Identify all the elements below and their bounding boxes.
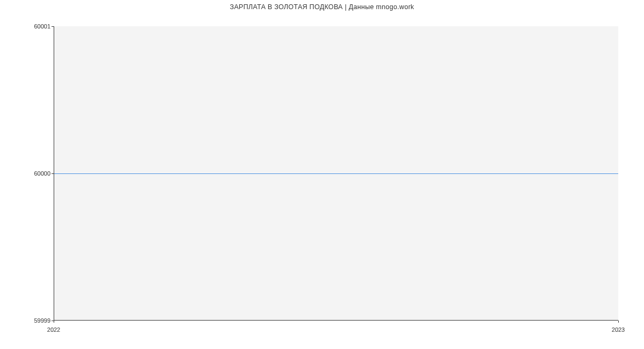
- y-tick-mark: [52, 173, 54, 174]
- y-tick-label: 59999: [34, 317, 50, 324]
- chart-title: ЗАРПЛАТА В ЗОЛОТАЯ ПОДКОВА | Данные mnog…: [0, 3, 644, 11]
- x-tick-mark: [618, 321, 619, 323]
- x-tick-mark: [54, 321, 54, 323]
- x-tick-label: 2023: [612, 326, 625, 333]
- plot-area: [54, 26, 618, 321]
- y-tick-label: 60000: [34, 170, 50, 177]
- x-tick-label: 2022: [47, 326, 60, 333]
- data-line-series: [54, 173, 618, 174]
- y-tick-mark: [52, 26, 54, 27]
- y-tick-label: 60001: [34, 23, 50, 30]
